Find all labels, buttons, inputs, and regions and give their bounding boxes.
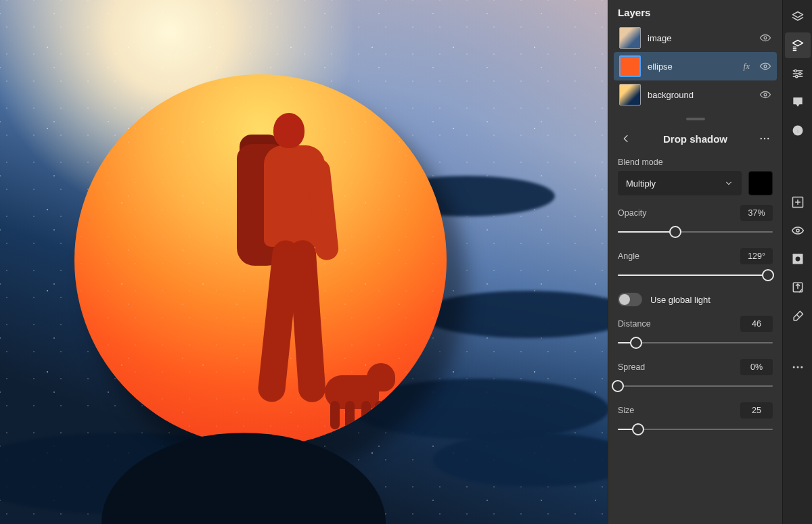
use-global-light-label: Use global light — [650, 295, 710, 305]
svg-point-15 — [794, 256, 800, 262]
mask-rail-icon[interactable] — [785, 246, 811, 272]
svg-point-2 — [764, 93, 767, 96]
spread-label: Spread — [618, 362, 645, 372]
panel-resize-handle[interactable] — [608, 114, 782, 124]
visibility-rail-icon[interactable] — [785, 218, 811, 243]
layers-panel-title: Layers — [608, 0, 782, 21]
svg-point-18 — [796, 366, 798, 368]
size-label: Size — [618, 406, 634, 415]
back-button[interactable] — [618, 130, 634, 147]
opacity-label: Opacity — [618, 208, 646, 218]
distance-slider[interactable] — [618, 336, 773, 350]
svg-point-19 — [800, 366, 803, 368]
visibility-toggle-icon[interactable] — [759, 32, 771, 44]
layer-row-background[interactable]: background — [614, 80, 777, 109]
shadow-color-swatch[interactable] — [748, 171, 773, 195]
svg-rect-11 — [797, 127, 798, 128]
layers-rail-icon[interactable] — [785, 4, 811, 30]
layer-name: image — [648, 33, 752, 43]
add-rail-icon[interactable] — [785, 189, 811, 215]
canvas[interactable] — [0, 0, 608, 524]
svg-point-5 — [767, 138, 769, 139]
blend-mode-value: Multiply — [626, 178, 656, 189]
opacity-slider[interactable] — [618, 225, 773, 239]
right-icon-rail — [782, 0, 812, 524]
properties-more-button[interactable] — [757, 130, 773, 147]
svg-point-1 — [764, 65, 767, 68]
comments-rail-icon[interactable] — [785, 89, 811, 115]
layer-style-properties: Drop shadow Blend mode Multiply Opacit — [608, 124, 782, 524]
angle-label: Angle — [618, 252, 639, 261]
angle-slider[interactable] — [618, 268, 773, 282]
size-value[interactable]: 25 — [740, 402, 773, 419]
properties-title: Drop shadow — [663, 133, 727, 145]
svg-point-6 — [794, 70, 796, 72]
blend-mode-label: Blend mode — [618, 158, 773, 167]
fx-indicator: fx — [744, 61, 750, 72]
distance-value[interactable]: 46 — [740, 316, 773, 332]
spread-slider[interactable] — [618, 379, 773, 393]
blend-mode-select[interactable]: Multiply — [618, 171, 742, 195]
svg-point-8 — [795, 76, 797, 78]
layer-name: ellipse — [648, 62, 737, 72]
size-slider[interactable] — [618, 423, 773, 436]
ellipse-layer[interactable] — [74, 74, 447, 446]
info-rail-icon[interactable] — [785, 118, 811, 143]
opacity-value[interactable]: 37% — [740, 205, 773, 221]
visibility-toggle-icon[interactable] — [759, 89, 771, 101]
svg-rect-10 — [797, 129, 798, 133]
layer-properties-rail-icon[interactable] — [785, 32, 811, 58]
erase-rail-icon[interactable] — [785, 303, 811, 329]
export-rail-icon[interactable] — [785, 275, 811, 300]
distance-label: Distance — [618, 319, 651, 329]
svg-point-13 — [796, 229, 798, 232]
layer-thumbnail — [619, 27, 641, 49]
svg-point-7 — [798, 72, 800, 74]
visibility-toggle-icon[interactable] — [759, 60, 771, 72]
use-global-light-toggle[interactable] — [618, 293, 642, 306]
layer-thumbnail — [619, 84, 641, 105]
right-panel: Layers image ellipse fx background — [608, 0, 782, 524]
spread-value[interactable]: 0% — [740, 359, 773, 375]
adjustments-rail-icon[interactable] — [785, 61, 811, 87]
svg-point-3 — [761, 138, 762, 139]
layer-thumbnail — [619, 55, 641, 77]
svg-point-17 — [792, 366, 794, 368]
layer-row-image[interactable]: image — [614, 24, 777, 52]
layer-name: background — [648, 90, 752, 100]
angle-value[interactable]: 129° — [740, 248, 773, 264]
layer-row-ellipse[interactable]: ellipse fx — [614, 52, 777, 80]
more-rail-icon[interactable] — [785, 354, 811, 380]
artwork-background — [0, 0, 608, 524]
svg-point-4 — [764, 138, 765, 139]
layer-list: image ellipse fx background — [608, 21, 782, 114]
svg-point-0 — [764, 37, 767, 39]
